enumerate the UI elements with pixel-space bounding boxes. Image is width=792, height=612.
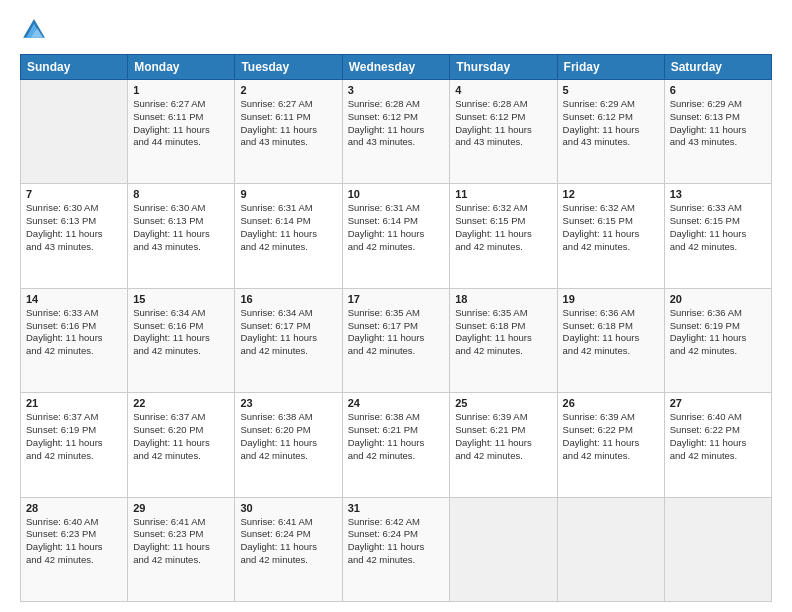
logo (20, 16, 52, 44)
day-info: Sunrise: 6:36 AM Sunset: 6:19 PM Dayligh… (670, 307, 766, 358)
calendar-cell: 20Sunrise: 6:36 AM Sunset: 6:19 PM Dayli… (664, 288, 771, 392)
day-number: 15 (133, 293, 229, 305)
calendar-cell: 13Sunrise: 6:33 AM Sunset: 6:15 PM Dayli… (664, 184, 771, 288)
day-info: Sunrise: 6:37 AM Sunset: 6:20 PM Dayligh… (133, 411, 229, 462)
calendar-cell: 1Sunrise: 6:27 AM Sunset: 6:11 PM Daylig… (128, 80, 235, 184)
calendar-cell: 2Sunrise: 6:27 AM Sunset: 6:11 PM Daylig… (235, 80, 342, 184)
day-number: 20 (670, 293, 766, 305)
calendar-cell: 21Sunrise: 6:37 AM Sunset: 6:19 PM Dayli… (21, 393, 128, 497)
day-number: 30 (240, 502, 336, 514)
calendar-cell: 12Sunrise: 6:32 AM Sunset: 6:15 PM Dayli… (557, 184, 664, 288)
day-number: 19 (563, 293, 659, 305)
calendar-week-row: 1Sunrise: 6:27 AM Sunset: 6:11 PM Daylig… (21, 80, 772, 184)
day-of-week-header: Wednesday (342, 55, 450, 80)
day-info: Sunrise: 6:36 AM Sunset: 6:18 PM Dayligh… (563, 307, 659, 358)
day-number: 6 (670, 84, 766, 96)
calendar-cell: 24Sunrise: 6:38 AM Sunset: 6:21 PM Dayli… (342, 393, 450, 497)
calendar-week-row: 7Sunrise: 6:30 AM Sunset: 6:13 PM Daylig… (21, 184, 772, 288)
day-number: 26 (563, 397, 659, 409)
day-number: 9 (240, 188, 336, 200)
day-number: 8 (133, 188, 229, 200)
calendar-cell: 18Sunrise: 6:35 AM Sunset: 6:18 PM Dayli… (450, 288, 557, 392)
day-info: Sunrise: 6:28 AM Sunset: 6:12 PM Dayligh… (348, 98, 445, 149)
calendar-cell: 8Sunrise: 6:30 AM Sunset: 6:13 PM Daylig… (128, 184, 235, 288)
day-info: Sunrise: 6:33 AM Sunset: 6:16 PM Dayligh… (26, 307, 122, 358)
calendar-header-row: SundayMondayTuesdayWednesdayThursdayFrid… (21, 55, 772, 80)
calendar-cell: 23Sunrise: 6:38 AM Sunset: 6:20 PM Dayli… (235, 393, 342, 497)
day-info: Sunrise: 6:35 AM Sunset: 6:17 PM Dayligh… (348, 307, 445, 358)
day-of-week-header: Monday (128, 55, 235, 80)
day-number: 1 (133, 84, 229, 96)
page: SundayMondayTuesdayWednesdayThursdayFrid… (0, 0, 792, 612)
calendar-cell: 29Sunrise: 6:41 AM Sunset: 6:23 PM Dayli… (128, 497, 235, 601)
calendar-cell: 31Sunrise: 6:42 AM Sunset: 6:24 PM Dayli… (342, 497, 450, 601)
calendar-cell: 30Sunrise: 6:41 AM Sunset: 6:24 PM Dayli… (235, 497, 342, 601)
day-info: Sunrise: 6:32 AM Sunset: 6:15 PM Dayligh… (455, 202, 551, 253)
calendar-cell: 17Sunrise: 6:35 AM Sunset: 6:17 PM Dayli… (342, 288, 450, 392)
day-of-week-header: Friday (557, 55, 664, 80)
day-info: Sunrise: 6:27 AM Sunset: 6:11 PM Dayligh… (133, 98, 229, 149)
calendar-cell: 9Sunrise: 6:31 AM Sunset: 6:14 PM Daylig… (235, 184, 342, 288)
day-number: 4 (455, 84, 551, 96)
day-number: 7 (26, 188, 122, 200)
day-info: Sunrise: 6:35 AM Sunset: 6:18 PM Dayligh… (455, 307, 551, 358)
day-number: 11 (455, 188, 551, 200)
day-info: Sunrise: 6:41 AM Sunset: 6:23 PM Dayligh… (133, 516, 229, 567)
day-info: Sunrise: 6:38 AM Sunset: 6:21 PM Dayligh… (348, 411, 445, 462)
day-of-week-header: Saturday (664, 55, 771, 80)
day-info: Sunrise: 6:30 AM Sunset: 6:13 PM Dayligh… (133, 202, 229, 253)
calendar-cell: 14Sunrise: 6:33 AM Sunset: 6:16 PM Dayli… (21, 288, 128, 392)
calendar-cell: 26Sunrise: 6:39 AM Sunset: 6:22 PM Dayli… (557, 393, 664, 497)
day-info: Sunrise: 6:40 AM Sunset: 6:23 PM Dayligh… (26, 516, 122, 567)
day-info: Sunrise: 6:39 AM Sunset: 6:21 PM Dayligh… (455, 411, 551, 462)
day-number: 25 (455, 397, 551, 409)
day-number: 3 (348, 84, 445, 96)
day-number: 10 (348, 188, 445, 200)
day-info: Sunrise: 6:29 AM Sunset: 6:13 PM Dayligh… (670, 98, 766, 149)
calendar-week-row: 28Sunrise: 6:40 AM Sunset: 6:23 PM Dayli… (21, 497, 772, 601)
day-info: Sunrise: 6:33 AM Sunset: 6:15 PM Dayligh… (670, 202, 766, 253)
calendar-cell: 16Sunrise: 6:34 AM Sunset: 6:17 PM Dayli… (235, 288, 342, 392)
day-of-week-header: Sunday (21, 55, 128, 80)
calendar-cell (450, 497, 557, 601)
day-number: 14 (26, 293, 122, 305)
day-number: 24 (348, 397, 445, 409)
day-number: 5 (563, 84, 659, 96)
day-info: Sunrise: 6:39 AM Sunset: 6:22 PM Dayligh… (563, 411, 659, 462)
day-info: Sunrise: 6:38 AM Sunset: 6:20 PM Dayligh… (240, 411, 336, 462)
day-info: Sunrise: 6:32 AM Sunset: 6:15 PM Dayligh… (563, 202, 659, 253)
calendar-cell (557, 497, 664, 601)
calendar-cell (664, 497, 771, 601)
day-number: 28 (26, 502, 122, 514)
day-info: Sunrise: 6:29 AM Sunset: 6:12 PM Dayligh… (563, 98, 659, 149)
day-info: Sunrise: 6:40 AM Sunset: 6:22 PM Dayligh… (670, 411, 766, 462)
calendar-cell: 4Sunrise: 6:28 AM Sunset: 6:12 PM Daylig… (450, 80, 557, 184)
calendar-cell: 3Sunrise: 6:28 AM Sunset: 6:12 PM Daylig… (342, 80, 450, 184)
day-number: 13 (670, 188, 766, 200)
day-number: 18 (455, 293, 551, 305)
day-number: 29 (133, 502, 229, 514)
calendar-week-row: 14Sunrise: 6:33 AM Sunset: 6:16 PM Dayli… (21, 288, 772, 392)
day-info: Sunrise: 6:37 AM Sunset: 6:19 PM Dayligh… (26, 411, 122, 462)
calendar-cell: 19Sunrise: 6:36 AM Sunset: 6:18 PM Dayli… (557, 288, 664, 392)
day-info: Sunrise: 6:30 AM Sunset: 6:13 PM Dayligh… (26, 202, 122, 253)
calendar-cell: 25Sunrise: 6:39 AM Sunset: 6:21 PM Dayli… (450, 393, 557, 497)
logo-icon (20, 16, 48, 44)
day-info: Sunrise: 6:27 AM Sunset: 6:11 PM Dayligh… (240, 98, 336, 149)
day-info: Sunrise: 6:34 AM Sunset: 6:16 PM Dayligh… (133, 307, 229, 358)
day-number: 31 (348, 502, 445, 514)
calendar-cell: 15Sunrise: 6:34 AM Sunset: 6:16 PM Dayli… (128, 288, 235, 392)
calendar-cell: 27Sunrise: 6:40 AM Sunset: 6:22 PM Dayli… (664, 393, 771, 497)
day-of-week-header: Tuesday (235, 55, 342, 80)
calendar-cell: 10Sunrise: 6:31 AM Sunset: 6:14 PM Dayli… (342, 184, 450, 288)
day-number: 22 (133, 397, 229, 409)
day-of-week-header: Thursday (450, 55, 557, 80)
day-info: Sunrise: 6:41 AM Sunset: 6:24 PM Dayligh… (240, 516, 336, 567)
day-number: 12 (563, 188, 659, 200)
calendar-week-row: 21Sunrise: 6:37 AM Sunset: 6:19 PM Dayli… (21, 393, 772, 497)
calendar-cell (21, 80, 128, 184)
day-number: 16 (240, 293, 336, 305)
day-info: Sunrise: 6:31 AM Sunset: 6:14 PM Dayligh… (348, 202, 445, 253)
day-number: 23 (240, 397, 336, 409)
calendar: SundayMondayTuesdayWednesdayThursdayFrid… (20, 54, 772, 602)
